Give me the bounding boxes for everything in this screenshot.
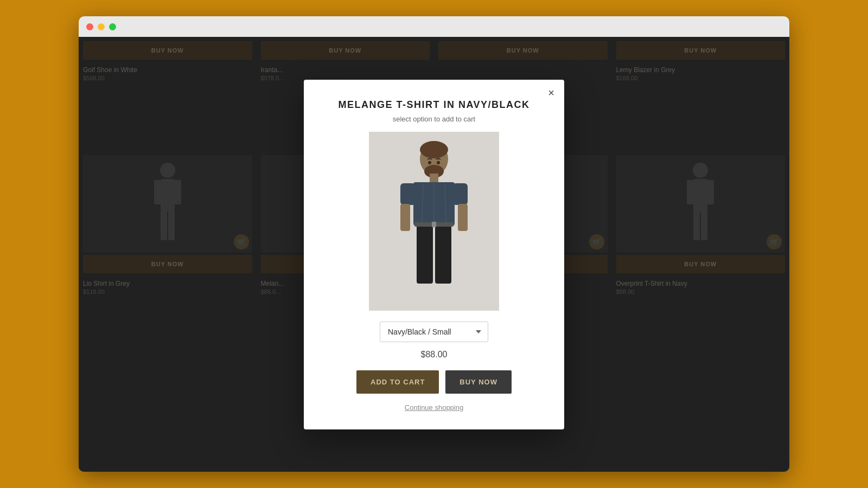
svg-rect-38 xyxy=(400,204,410,231)
svg-point-41 xyxy=(437,161,440,164)
svg-rect-37 xyxy=(432,222,436,227)
svg-rect-27 xyxy=(430,174,438,183)
add-to-cart-button[interactable]: ADD TO CART xyxy=(356,370,439,394)
traffic-light-red[interactable] xyxy=(86,23,93,30)
modal-action-buttons: ADD TO CART BUY NOW xyxy=(326,370,542,394)
svg-rect-30 xyxy=(452,183,468,205)
buy-now-button-modal[interactable]: BUY NOW xyxy=(445,370,512,394)
svg-rect-29 xyxy=(400,183,416,205)
svg-rect-35 xyxy=(435,224,451,284)
browser-window: BUY NOW Golf Shoe in White $568.00 BUY N… xyxy=(79,16,789,472)
traffic-light-yellow[interactable] xyxy=(98,23,105,30)
modal-close-button[interactable]: × xyxy=(548,87,554,98)
variant-select[interactable]: Navy/Black / Small Navy/Black / Medium N… xyxy=(380,322,488,342)
traffic-light-green[interactable] xyxy=(109,23,116,30)
modal-subtitle: select option to add to cart xyxy=(326,115,542,123)
modal-product-image xyxy=(369,132,499,311)
svg-point-25 xyxy=(420,141,448,158)
product-quick-view-modal: × MELANGE T-SHIRT IN NAVY/BLACK select o… xyxy=(304,80,564,429)
svg-point-40 xyxy=(428,161,431,164)
svg-rect-39 xyxy=(458,204,468,231)
browser-titlebar xyxy=(79,16,789,37)
modal-price: $88.00 xyxy=(326,350,542,359)
continue-shopping-link[interactable]: Continue shopping xyxy=(405,403,463,412)
svg-rect-34 xyxy=(417,224,433,284)
modal-title: MELANGE T-SHIRT IN NAVY/BLACK xyxy=(326,99,542,111)
product-model-image xyxy=(385,140,483,303)
page-background: BUY NOW Golf Shoe in White $568.00 BUY N… xyxy=(79,37,789,472)
modal-overlay: × MELANGE T-SHIRT IN NAVY/BLACK select o… xyxy=(79,37,789,472)
